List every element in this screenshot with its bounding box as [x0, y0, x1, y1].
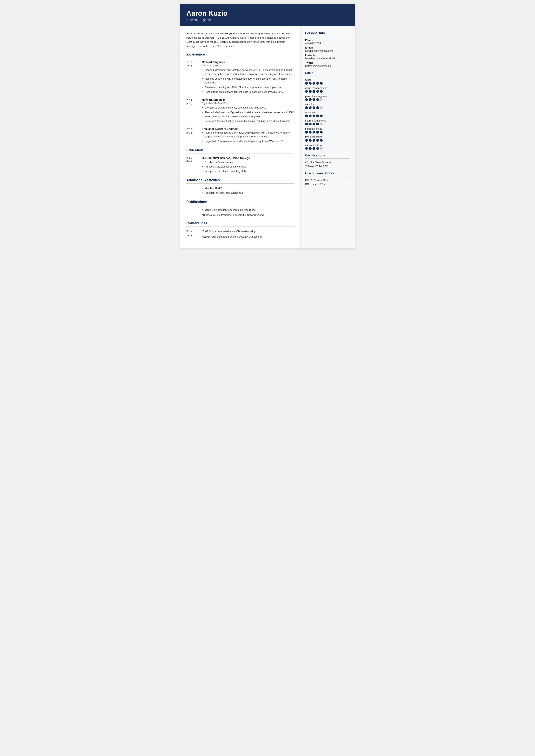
- exp-job-title: Freelance Network Engineer: [202, 127, 294, 130]
- publication-entry: "10 Backup Best Practices" appeared in N…: [186, 213, 294, 217]
- list-item: Member, ITNEA: [202, 186, 294, 190]
- publications-title: Publications: [186, 200, 294, 204]
- skill-dot-filled: [320, 115, 323, 117]
- skill-dot-filled: [305, 131, 308, 133]
- exam-scores-section: Cisco Exam Scores DCUCI Exam - 99%DCII E…: [305, 172, 350, 185]
- skill-row: perceptiveness: [305, 127, 350, 133]
- skill-row: security: [305, 103, 350, 109]
- publications-section: Publications "Scaling Collaboration" app…: [186, 200, 294, 217]
- exp-dates: 2014 - 2016: [186, 98, 202, 124]
- list-item: Used strong project management skills to…: [202, 90, 294, 94]
- activities-spacer: [186, 186, 202, 196]
- skill-name: Cisco: [305, 78, 350, 81]
- list-item: Upgraded 10 employees in local financial…: [202, 139, 294, 143]
- conf-text: Network and Distributed System Security …: [202, 235, 294, 239]
- linkedin-label: LinkedIn: [305, 54, 350, 57]
- skills-section: Skills Ciscocloud managementproject mana…: [305, 71, 350, 150]
- skill-dot-filled: [305, 115, 308, 117]
- skill-dot-filled: [305, 123, 308, 126]
- skill-dot-filled: [309, 123, 312, 126]
- conf-text: ICNP, Spoke on a panel about Cisco netwo…: [202, 229, 294, 233]
- skill-dot-empty: [320, 123, 323, 126]
- conference-entry: 2019ICNP, Spoke on a panel about Cisco n…: [186, 229, 294, 233]
- phone-label: Phone: [305, 39, 350, 42]
- skill-name: interpersonal skills: [305, 119, 350, 122]
- exp-bullets: Planned, designed, and installed network…: [202, 68, 294, 94]
- email-value: aaronzkuzio@gmail.com: [305, 49, 350, 52]
- skills-divider: [305, 76, 350, 76]
- activities-entry: Member, ITNEAPresident of local road cyc…: [186, 186, 294, 196]
- list-item: Created 12 secure networks, both local a…: [202, 106, 294, 110]
- skill-dot-filled: [309, 98, 312, 101]
- skill-dot-filled: [309, 139, 312, 142]
- experience-entry: 2014 - 2016Network EngineerBig Lakes Med…: [186, 98, 294, 124]
- conference-entry: 2015Network and Distributed System Secur…: [186, 235, 294, 239]
- exp-dates: 2013 - 2014: [186, 127, 202, 144]
- certification-item: CCNP - Cisco Systems: [305, 161, 350, 164]
- skill-dot-filled: [316, 90, 319, 93]
- phone-value: 414-617-2634: [305, 42, 350, 45]
- list-item: Planned and configured a Windows 2010 ne…: [202, 131, 294, 139]
- skill-dots: [305, 139, 350, 142]
- skill-dot-filled: [309, 115, 312, 117]
- skill-row: project management: [305, 95, 350, 101]
- education-entries: 2009 - 2013BS Computer Science, Beloit C…: [186, 156, 294, 174]
- skill-dot-filled: [313, 82, 315, 85]
- skill-dot-filled: [316, 82, 319, 85]
- list-item: Performed troubleshooting on load-balanc…: [202, 119, 294, 123]
- exam-score-item: DCII Exam - 98%: [305, 182, 350, 185]
- skill-dot-filled: [320, 139, 323, 142]
- resume-body: Smart network administrator with 6+ year…: [180, 26, 355, 248]
- skill-dot-filled: [305, 98, 308, 101]
- exp-company: Williams-Seile IT: [202, 64, 294, 67]
- skill-dots: [305, 115, 350, 117]
- skill-dot-filled: [309, 82, 312, 85]
- skill-dot-filled: [305, 82, 308, 85]
- experience-section: Experience 2016 - 2019Network EngineerWi…: [186, 52, 294, 144]
- publication-entry: "Scaling Collaboration" appeared in Cisc…: [186, 208, 294, 212]
- skill-dot-empty: [320, 106, 323, 109]
- skill-dot-filled: [309, 90, 312, 93]
- exp-bullets: Planned and configured a Windows 2010 ne…: [202, 131, 294, 143]
- skill-dots: [305, 82, 350, 85]
- edu-dates: 2009 - 2013: [186, 156, 202, 174]
- skill-dots: [305, 90, 350, 93]
- skill-name: perceptiveness: [305, 127, 350, 130]
- education-title: Education: [186, 148, 294, 153]
- skill-dot-filled: [320, 90, 323, 93]
- conf-year: 2015: [186, 235, 202, 239]
- skill-row: interpersonal skills: [305, 119, 350, 126]
- conferences-title: Conferences: [186, 221, 294, 225]
- pub-text: "10 Backup Best Practices" appeared in N…: [202, 213, 294, 217]
- activities-list: Member, ITNEAPresident of local road cyc…: [202, 186, 294, 196]
- edu-degree: BS Computer Science, Beloit College: [202, 156, 294, 159]
- skill-row: troubleshooting: [305, 135, 350, 142]
- twitter-value: twitter.com/aaronzkuzio: [305, 65, 350, 67]
- certifications-title: Certifications: [305, 154, 350, 157]
- list-item: Planned, designed, configured, and insta…: [202, 110, 294, 118]
- list-item: Created and configured 700+ VPNs for cor…: [202, 85, 294, 89]
- skill-dot-empty: [320, 98, 323, 101]
- certifications-list: CCNP - Cisco SystemsVMware VCP6-DCV: [305, 161, 350, 168]
- list-item: President of local road cycling club.: [202, 191, 294, 195]
- skill-name: critical thinking: [305, 144, 350, 147]
- skills-title: Skills: [305, 71, 350, 75]
- skill-dot-filled: [316, 139, 319, 142]
- exp-company: Big Lakes Medical Clinics: [202, 102, 294, 105]
- list-item: Planned, designed, and installed network…: [202, 68, 294, 76]
- list-item: Vice president, cloud computing club.: [202, 169, 294, 173]
- twitter-label: Twitter: [305, 61, 350, 64]
- experience-entries: 2016 - 2019Network EngineerWilliams-Seil…: [186, 61, 294, 144]
- skill-dot-filled: [316, 106, 319, 109]
- sidebar: Personal Info Phone 414-617-2634 E-mail …: [300, 26, 355, 248]
- exp-dates: 2016 - 2019: [186, 61, 202, 95]
- experience-entry: 2013 - 2014Freelance Network EngineerPla…: [186, 127, 294, 144]
- skill-name: troubleshooting: [305, 135, 350, 138]
- skill-dot-filled: [313, 98, 315, 101]
- experience-title: Experience: [186, 52, 294, 56]
- exp-content: Freelance Network EngineerPlanned and co…: [202, 127, 294, 144]
- skill-dot-filled: [313, 115, 315, 117]
- exp-job-title: Network Engineer: [202, 98, 294, 101]
- experience-entry: 2016 - 2019Network EngineerWilliams-Seil…: [186, 61, 294, 95]
- skill-row: cloud management: [305, 87, 350, 93]
